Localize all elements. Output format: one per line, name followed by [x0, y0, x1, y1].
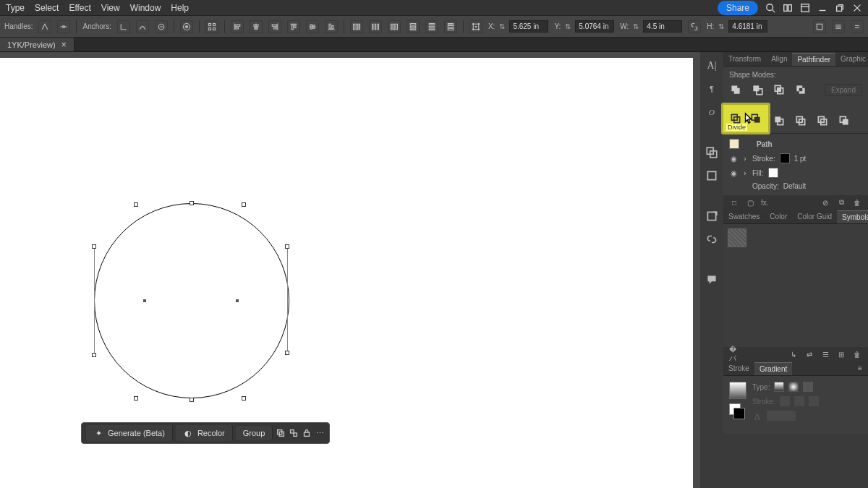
fill-color-swatch[interactable] [768, 168, 778, 178]
bezier-handle-l1[interactable] [92, 244, 96, 249]
opacity-value[interactable]: Default [783, 182, 807, 190]
symbol-thumbnail[interactable] [728, 228, 746, 247]
w-input[interactable] [643, 20, 682, 33]
generate-beta-button[interactable]: ✦ Generate (Beta) [86, 425, 173, 441]
menu-select[interactable]: Select [35, 3, 59, 13]
exclude-icon[interactable] [794, 83, 807, 96]
distribute-v-top-icon[interactable] [407, 20, 420, 33]
arrange-icon[interactable] [276, 428, 286, 438]
no-selection-icon[interactable]: □ [729, 197, 739, 207]
tab-color[interactable]: Color [765, 210, 792, 223]
menu-view[interactable]: View [101, 3, 120, 13]
stroke-grad-1-icon[interactable] [780, 396, 790, 406]
sel-handle-bl[interactable] [134, 396, 138, 401]
fx-label[interactable]: fx. [761, 199, 769, 207]
character-panel-icon[interactable]: A| [705, 59, 718, 72]
radial-gradient-icon[interactable] [788, 382, 799, 392]
list-view-icon[interactable] [832, 20, 845, 33]
stroke-grad-2-icon[interactable] [794, 396, 804, 406]
convert-corner-icon[interactable] [117, 20, 130, 33]
export-panel-icon[interactable] [705, 210, 718, 223]
distribute-v-bottom-icon[interactable] [444, 20, 457, 33]
search-icon[interactable] [765, 3, 775, 13]
tab-symbols[interactable]: Symbols [837, 210, 868, 223]
distribute-h-center-icon[interactable] [369, 20, 382, 33]
duplicate-item-icon[interactable]: ⧉ [836, 197, 846, 207]
align-top-icon[interactable] [287, 20, 300, 33]
stroke-color-swatch[interactable] [780, 153, 790, 163]
stroke-expand-icon[interactable]: › [742, 155, 748, 163]
ungroup-icon[interactable] [289, 428, 299, 438]
close-tab-icon[interactable]: × [61, 40, 67, 50]
bezier-handle-r2[interactable] [285, 351, 289, 355]
arrange-windows-icon[interactable] [783, 3, 793, 13]
close-window-icon[interactable] [852, 3, 862, 13]
minus-front-icon[interactable] [751, 83, 764, 96]
sel-handle-br[interactable] [242, 396, 246, 401]
comments-panel-icon[interactable] [705, 273, 718, 286]
new-symbol-icon[interactable]: ⊞ [836, 349, 846, 359]
sel-handle-bc[interactable] [190, 398, 194, 402]
clear-appearance-icon[interactable]: ⊘ [820, 197, 830, 207]
align-hcenter-icon[interactable] [250, 20, 263, 33]
bezier-handle-r1[interactable] [285, 244, 289, 249]
tab-pathfinder[interactable]: Pathfinder [792, 53, 835, 66]
symbol-options-icon[interactable]: ☰ [820, 349, 830, 359]
tab-stroke[interactable]: Stroke [723, 362, 754, 374]
sel-handle-tc[interactable] [190, 201, 194, 205]
transform-dock-icon[interactable] [705, 169, 718, 182]
menu-window[interactable]: Window [130, 3, 161, 13]
gradient-preview[interactable] [729, 382, 746, 399]
paragraph-panel-icon[interactable]: ¶ [705, 82, 718, 95]
pathfinder-dock-icon[interactable] [705, 146, 718, 159]
remove-anchor-icon[interactable] [155, 20, 168, 33]
isolate-icon[interactable] [180, 20, 193, 33]
fill-expand-icon[interactable]: › [742, 169, 748, 177]
linear-gradient-icon[interactable] [774, 382, 784, 392]
distribute-h-right-icon[interactable] [388, 20, 401, 33]
stepper-icon[interactable]: ⇅ [497, 22, 507, 32]
snap-pixel-icon[interactable] [813, 20, 826, 33]
minus-back-icon[interactable] [838, 114, 851, 127]
tab-color-guide[interactable]: Color Guid [792, 210, 837, 223]
merge-icon[interactable] [773, 114, 786, 127]
bezier-handle-l2[interactable] [92, 353, 96, 357]
h-input[interactable] [728, 20, 767, 33]
stepper-icon[interactable]: ⇅ [716, 22, 726, 32]
break-link-icon[interactable]: ⇄ [804, 349, 814, 359]
document-tab[interactable]: 1YK/Preview) × [0, 38, 75, 51]
symbol-library-icon[interactable]: �パ [729, 349, 739, 359]
fill-visibility-icon[interactable]: ◉ [729, 168, 738, 177]
outline-icon[interactable] [816, 114, 829, 127]
align-right-icon[interactable] [268, 20, 281, 33]
sel-handle-tr[interactable] [242, 202, 246, 207]
align-left-icon[interactable] [231, 20, 244, 33]
x-input[interactable] [509, 20, 548, 33]
more-icon[interactable]: ⋯ [315, 428, 325, 438]
links-panel-icon[interactable] [705, 233, 718, 246]
expand-button[interactable]: Expand [825, 84, 862, 96]
tab-transform[interactable]: Transform [723, 53, 766, 65]
y-input[interactable] [575, 20, 614, 33]
restore-icon[interactable] [835, 3, 845, 13]
stroke-value[interactable]: 1 pt [794, 155, 807, 163]
workspace-switcher-icon[interactable] [800, 3, 810, 13]
tab-swatches[interactable]: Swatches [723, 210, 765, 223]
panel-menu-icon[interactable]: ≡ [855, 364, 865, 374]
angle-field[interactable] [767, 411, 796, 421]
freeform-gradient-icon[interactable] [803, 382, 813, 392]
convert-smooth-icon[interactable] [136, 20, 149, 33]
menu-help[interactable]: Help [171, 3, 189, 13]
show-handles-icon[interactable] [57, 20, 70, 33]
delete-item-icon[interactable]: 🗑 [852, 197, 862, 207]
align-bottom-icon[interactable] [325, 20, 338, 33]
fill-stroke-toggle[interactable] [729, 403, 745, 428]
opentype-panel-icon[interactable]: O [705, 106, 718, 119]
delete-symbol-icon[interactable]: 🗑 [852, 349, 862, 359]
link-wh-icon[interactable] [688, 20, 701, 33]
stepper-icon[interactable]: ⇅ [563, 22, 573, 32]
lock-icon[interactable] [302, 428, 312, 438]
menu-effect[interactable]: Effect [69, 3, 90, 13]
minimize-icon[interactable] [817, 3, 827, 13]
distribute-h-left-icon[interactable] [350, 20, 363, 33]
